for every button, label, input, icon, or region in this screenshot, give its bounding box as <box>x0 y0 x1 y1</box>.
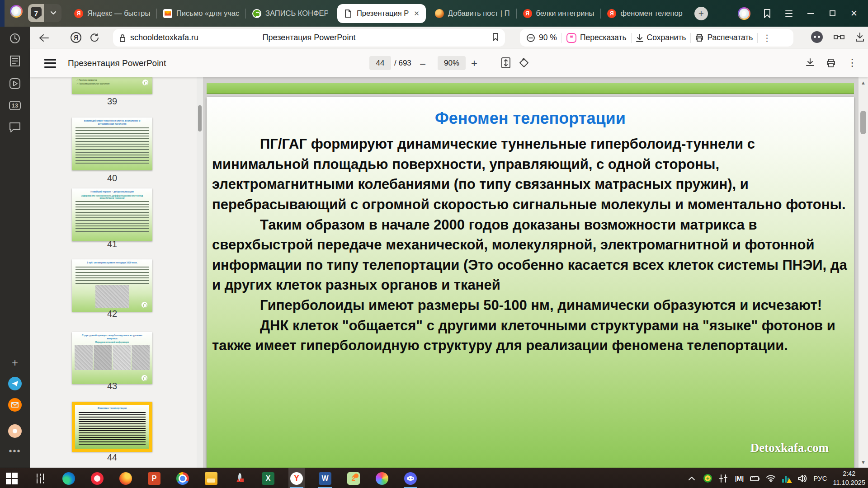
video-icon[interactable] <box>0 78 30 89</box>
pdf-zoom-level[interactable]: 90% <box>438 56 466 70</box>
close-tab-icon[interactable]: ✕ <box>414 9 420 18</box>
zoom-out-button[interactable]: − <box>420 58 426 70</box>
pdf-document-title: Презентация PowerPoint <box>68 58 166 68</box>
downloads-icon[interactable] <box>855 33 864 42</box>
tab-teleportation[interactable]: Я феномен телепор <box>601 0 689 27</box>
excel-icon[interactable]: X <box>260 468 276 488</box>
powerpoint-icon[interactable]: P <box>146 468 162 488</box>
battery-icon[interactable] <box>750 474 760 483</box>
stats-warning-icon[interactable] <box>782 474 792 483</box>
thumbnail-page-43[interactable]: Структурный принцип гиперболоида на всех… <box>72 332 152 384</box>
thumb-line: ✓ Психоэмоциональное состояние <box>72 81 152 85</box>
tab-conference-recording[interactable]: ЗАПИСЬ КОНФЕР <box>246 0 335 27</box>
tab-mail[interactable]: Письмо «для учас <box>157 0 245 27</box>
clock[interactable]: 2:42 11.10.2025 <box>833 469 866 487</box>
scroll-up-arrow[interactable]: ▲ <box>859 77 868 88</box>
minimize-button[interactable] <box>806 9 816 19</box>
firefox-icon[interactable] <box>118 468 134 488</box>
antivirus-icon[interactable]: + <box>703 474 712 483</box>
add-panel-icon[interactable]: + <box>0 357 30 369</box>
edge-icon[interactable] <box>61 468 77 488</box>
document-scrollbar-thumb[interactable] <box>860 111 866 134</box>
page-number-input[interactable]: 44 <box>369 56 391 70</box>
word-icon[interactable]: W <box>317 468 333 488</box>
wifi-icon[interactable] <box>766 474 776 483</box>
discord-icon[interactable] <box>402 468 419 488</box>
color-swirl-app-icon[interactable] <box>374 468 390 488</box>
yandex-home-button[interactable]: Я <box>71 32 81 43</box>
alice-assistant-icon[interactable] <box>811 31 823 43</box>
screen: 7 Я Яндекс — быстры Письмо «для учас ЗАП… <box>0 0 868 488</box>
yandex-mail-icon[interactable] <box>0 398 30 412</box>
tab-counter[interactable]: 7 <box>28 4 44 22</box>
slide-logo <box>141 301 148 308</box>
print-button[interactable]: Распечатать <box>695 33 753 42</box>
thumbnail-scrollbar[interactable] <box>197 77 203 468</box>
thumbnail-page-42[interactable]: 1 куб. см матрикса равен площади 1000 м.… <box>72 259 152 312</box>
thumbnail-page-label: 40 <box>72 173 152 183</box>
counter-badge[interactable]: 13 <box>0 101 30 110</box>
thumb-line: ✓ Наличие паразитов <box>72 77 152 81</box>
app-icon[interactable] <box>0 424 30 438</box>
record-icon <box>252 9 261 18</box>
yandex-browser-icon-active[interactable]: Y <box>288 468 305 488</box>
tab-add-post[interactable]: Добавить пост | П <box>429 0 516 27</box>
fit-page-icon[interactable] <box>500 57 512 69</box>
save-button[interactable]: Сохранить <box>636 33 686 42</box>
address-bar[interactable]: schooldetoxkafa.ru Презентация PowerPoin… <box>113 29 505 47</box>
collections-icon[interactable] <box>834 33 844 41</box>
file-explorer-icon[interactable] <box>203 468 219 488</box>
reload-button[interactable] <box>89 32 100 44</box>
bookmark-page-icon[interactable] <box>492 33 499 43</box>
thumbnail-page-41[interactable]: Новейший термин – дебрионализация Задерж… <box>72 188 152 241</box>
rotate-icon[interactable] <box>518 57 530 69</box>
maximize-button[interactable] <box>827 9 837 19</box>
close-button[interactable]: ✕ <box>849 9 859 19</box>
chrome-icon[interactable] <box>175 468 191 488</box>
thumbnail-page-40[interactable]: Взаимодействие токсинов и клеток, воспал… <box>72 117 152 170</box>
thumbnail-page-39[interactable]: ✓ Наличие паразитов ✓ Психоэмоциональное… <box>72 77 152 94</box>
slide-paragraph: Гиперболоиды имеют размеры 50-100 нм, ди… <box>212 296 849 316</box>
tab-label: Добавить пост | П <box>448 9 510 18</box>
task-view-button[interactable] <box>32 468 48 488</box>
2gis-icon[interactable]: 2 <box>345 468 362 488</box>
messenger-icon[interactable] <box>0 122 30 132</box>
rocket-app-icon[interactable] <box>231 468 248 488</box>
tray-expand-icon[interactable] <box>687 474 697 483</box>
pdf-menu-icon[interactable] <box>44 59 56 68</box>
menu-icon[interactable] <box>784 9 794 19</box>
tab-integrins[interactable]: Я белки интегрины <box>517 0 601 27</box>
retell-button[interactable]: ❝ Пересказать <box>566 33 627 43</box>
new-tab-button[interactable]: + <box>694 7 708 20</box>
more-actions-button[interactable]: ⋮ <box>762 33 771 43</box>
tab-yandex-search[interactable]: Я Яндекс — быстры <box>68 0 156 27</box>
browser-sidebar: 13 + ••• <box>0 27 30 468</box>
zoom-in-button[interactable]: + <box>471 57 477 70</box>
start-button[interactable] <box>4 468 20 488</box>
slide-paragraph: ДНК клеток "общается" с другими клеточны… <box>212 316 849 356</box>
thumbnail-page-44-selected[interactable]: Феномен телепортации <box>72 402 152 452</box>
history-icon[interactable] <box>0 33 30 44</box>
pdf-download-icon[interactable] <box>806 58 815 67</box>
thumbnail-panel: ✓ Наличие паразитов ✓ Психоэмоциональное… <box>30 77 197 468</box>
m-app-icon[interactable]: |M| <box>734 474 744 483</box>
scroll-down-arrow[interactable]: ▼ <box>859 457 868 468</box>
opera-icon[interactable] <box>89 468 105 488</box>
back-button[interactable] <box>38 32 50 44</box>
profile-avatar-small[interactable] <box>738 7 750 20</box>
tabs-dropdown-button[interactable] <box>45 4 61 22</box>
tab-presentation-active[interactable]: Презентация P ✕ <box>337 4 426 23</box>
pdf-print-icon[interactable] <box>826 59 835 67</box>
zoom-indicator[interactable]: 90 % <box>526 33 557 42</box>
pdf-more-icon[interactable]: ⋮ <box>847 57 857 69</box>
thumbnail-scrollbar-thumb[interactable] <box>198 105 202 131</box>
volume-icon[interactable] <box>797 474 807 483</box>
document-scrollbar[interactable]: ▲ ▼ <box>859 77 868 468</box>
mixer-icon[interactable] <box>718 474 728 483</box>
bookmarks-icon[interactable] <box>762 9 772 19</box>
feed-icon[interactable] <box>0 56 30 66</box>
sidebar-more-icon[interactable]: ••• <box>0 446 30 456</box>
language-indicator[interactable]: РУС <box>813 474 827 482</box>
telegram-icon[interactable] <box>0 377 30 390</box>
profile-avatar[interactable] <box>10 5 23 18</box>
